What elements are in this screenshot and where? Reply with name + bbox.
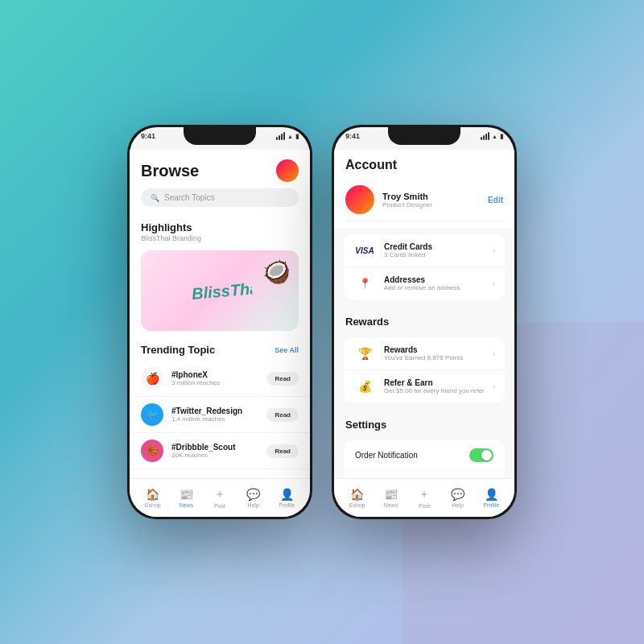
nav-profile-right[interactable]: 👤 Profile: [474, 488, 508, 508]
avatar[interactable]: [276, 159, 299, 182]
eshop-icon-right: 🏠: [350, 488, 364, 501]
credit-cards-item[interactable]: VISA Credit Cards 3 Cards linked ›: [344, 234, 505, 267]
apple-icon: 🍎: [141, 367, 163, 390]
read-button-3[interactable]: Read: [266, 444, 299, 458]
notch-left: [184, 127, 256, 145]
highlight-text: BlissThai: [186, 270, 254, 312]
bottom-nav-left: 🏠 Eshop 📰 News ＋ Post 💬 Help 👤 Pro: [130, 478, 310, 517]
highlight-card[interactable]: BlissThai 🥥: [141, 250, 299, 331]
refer-earn-info: Refer & Earn Get $5.00 for every friend …: [384, 378, 485, 394]
trending-item-twitter: 🐦 #Twitter_Redesign 1.4 million reaches …: [130, 397, 310, 433]
chevron-icon-cards: ›: [493, 246, 495, 255]
rewards-item[interactable]: 🏆 Rewards You've Earned 8,876 Points ›: [344, 337, 505, 370]
addresses-info: Addresses Add or remove an address: [384, 275, 485, 291]
help-icon-left: 💬: [246, 488, 260, 501]
address-icon: 📍: [353, 275, 376, 291]
coconut-icon: 🥥: [262, 258, 291, 285]
nav-post-right[interactable]: ＋ Post: [407, 487, 441, 509]
status-icons-right: ▲ ▮: [481, 132, 503, 140]
news-label-right: News: [384, 502, 398, 508]
bottom-nav-right: 🏠 Eshop 📰 News ＋ Post 💬 Help 👤 Pro: [334, 478, 514, 517]
refer-earn-subtitle: Get $5.00 for every friend you refer: [384, 387, 485, 394]
nav-post-left[interactable]: ＋ Post: [203, 487, 237, 509]
left-phone: 9:41 ▲ ▮ Browse: [127, 125, 312, 519]
edit-button[interactable]: Edit: [488, 196, 503, 204]
profile-row[interactable]: Troy Smith Product Designer Edit: [345, 179, 503, 221]
chevron-icon-refer: ›: [493, 382, 495, 391]
discount-notification-row: Discount Notification: [344, 471, 505, 478]
profile-icon-right: 👤: [485, 488, 498, 501]
trending-tag-3: #Dribbble_Scout: [171, 443, 258, 452]
rewards-title: Rewards: [384, 345, 485, 354]
account-title: Account: [345, 158, 503, 172]
account-screen: Account Troy Smith Product Designer Edit: [334, 150, 514, 478]
see-all-button[interactable]: See All: [275, 346, 299, 354]
status-time-right: 9:41: [345, 132, 360, 140]
toggle-knob-order: [481, 450, 492, 460]
battery-icon-left: ▮: [295, 133, 299, 140]
nav-eshop-left[interactable]: 🏠 Eshop: [136, 488, 170, 508]
account-items-section: VISA Credit Cards 3 Cards linked › 📍: [344, 234, 505, 299]
trending-tag-1: #IphoneX: [171, 370, 258, 379]
order-notification-row: Order Notification: [344, 440, 505, 471]
chevron-icon-rewards: ›: [493, 349, 495, 358]
read-button-1[interactable]: Read: [266, 372, 299, 386]
signal-icon-right: [481, 132, 489, 140]
trending-title: Trending Topic: [141, 344, 215, 356]
nav-help-right[interactable]: 💬 Help: [441, 488, 475, 508]
refer-earn-title: Refer & Earn: [384, 378, 485, 387]
trending-reach-2: 1.4 million reaches: [171, 415, 258, 423]
post-icon-left: ＋: [214, 487, 225, 502]
browse-title-row: Browse: [141, 159, 299, 182]
profile-label-left: Profile: [279, 502, 295, 508]
rewards-section-label: Rewards: [334, 306, 514, 331]
eshop-icon-left: 🏠: [146, 488, 159, 501]
help-label-left: Help: [247, 502, 258, 508]
chevron-icon-address: ›: [493, 279, 495, 288]
refer-earn-item[interactable]: 💰 Refer & Earn Get $5.00 for every frien…: [344, 370, 505, 402]
left-phone-inner: 9:41 ▲ ▮ Browse: [130, 127, 310, 517]
trending-header: Trending Topic See All: [130, 336, 310, 361]
phones-container: 9:41 ▲ ▮ Browse: [0, 0, 644, 644]
highlights-subtitle: BlissThai Branding: [141, 234, 299, 242]
trophy-icon: 🏆: [353, 345, 376, 361]
rewards-subtitle: You've Earned 8,876 Points: [384, 354, 485, 361]
nav-profile-left[interactable]: 👤 Profile: [270, 488, 303, 508]
search-placeholder: Search Topics: [164, 193, 215, 202]
nav-help-left[interactable]: 💬 Help: [237, 488, 270, 508]
post-label-right: Post: [419, 503, 430, 509]
credit-cards-info: Credit Cards 3 Cards linked: [384, 242, 485, 258]
addresses-item[interactable]: 📍 Addresses Add or remove an address ›: [344, 267, 505, 299]
profile-role: Product Designer: [382, 201, 480, 208]
profile-info: Troy Smith Product Designer: [382, 192, 480, 208]
order-notification-label: Order Notification: [355, 451, 469, 460]
highlights-title: Highlights: [141, 221, 299, 233]
credit-cards-subtitle: 3 Cards linked: [384, 251, 485, 258]
wifi-icon-right: ▲: [492, 134, 497, 139]
battery-icon-right: ▮: [500, 133, 503, 140]
profile-icon-left: 👤: [280, 488, 294, 501]
search-bar[interactable]: 🔍 Search Topics: [141, 188, 299, 207]
account-header: Account Troy Smith Product Designer Edit: [334, 150, 514, 228]
twitter-icon: 🐦: [141, 403, 163, 426]
addresses-title: Addresses: [384, 275, 485, 284]
rewards-info: Rewards You've Earned 8,876 Points: [384, 345, 485, 361]
notch-right: [388, 127, 460, 145]
nav-eshop-right[interactable]: 🏠 Eshop: [341, 488, 374, 508]
trending-item-dribbble: 🏀 #Dribbble_Scout 20K reaches Read: [130, 433, 310, 469]
post-label-left: Post: [214, 503, 225, 509]
browse-title: Browse: [141, 162, 199, 180]
signal-icon-left: [276, 132, 285, 140]
read-button-2[interactable]: Read: [266, 408, 299, 422]
news-icon-left: 📰: [180, 488, 193, 501]
right-phone-inner: 9:41 ▲ ▮ Account: [334, 127, 514, 517]
order-notification-toggle[interactable]: [469, 448, 493, 462]
right-phone: 9:41 ▲ ▮ Account: [332, 125, 517, 519]
help-label-right: Help: [452, 502, 463, 508]
trending-item-iphonex: 🍎 #IphoneX 3 million reaches Read: [130, 361, 310, 397]
nav-news-left[interactable]: 📰 News: [170, 488, 204, 508]
nav-news-right[interactable]: 📰 News: [374, 488, 408, 508]
svg-text:BlissThai: BlissThai: [191, 279, 253, 303]
trending-info-3: #Dribbble_Scout 20K reaches: [171, 443, 258, 459]
visa-icon: VISA: [353, 242, 376, 258]
